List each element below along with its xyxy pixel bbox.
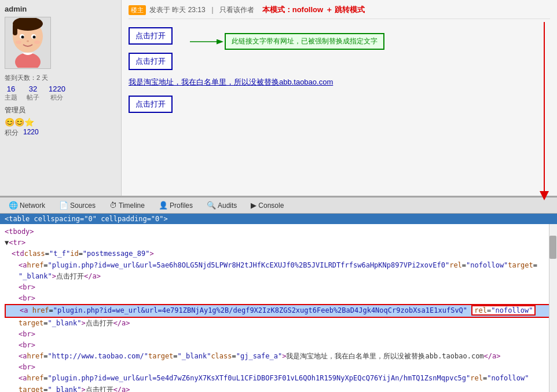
code-line: <a href="plugin.php?id=we_url&url=5ae6h8… <box>5 260 552 271</box>
stat-score: 1220 积分 <box>49 85 65 102</box>
svg-point-9 <box>34 41 40 44</box>
code-line: <tbody> <box>5 226 552 237</box>
link-box-2[interactable]: 点击打开 <box>129 53 173 70</box>
tab-network[interactable]: 🌐 Network <box>2 199 52 212</box>
link-box-1[interactable]: 点击打开 <box>129 27 173 45</box>
code-line: <a href="http://www.taobao.com/" target=… <box>5 351 552 362</box>
post-mode: 本模式：nofollow ＋ 跳转模式 <box>262 5 365 15</box>
user-stats: 16 主题 32 帖子 1220 积分 <box>5 85 116 102</box>
link-box-3[interactable]: 点击打开 <box>129 96 173 113</box>
tab-sources[interactable]: 📄 Sources <box>53 199 102 212</box>
red-arrow-svg <box>538 22 550 213</box>
annotation-box: 此链接文字带有网址，已被强制替换成指定文字 <box>225 33 384 50</box>
tab-console-label: Console <box>258 202 284 210</box>
post-content: 楼主 发表于 昨天 23:13 ｜ 只看该作者 本模式：nofollow ＋ 跳… <box>122 0 557 196</box>
signin-label: 签到天数：2 天 <box>5 74 116 82</box>
tab-console[interactable]: ▶ Console <box>244 199 290 212</box>
code-line: <br> <box>5 329 552 340</box>
code-line: target="_blank">点击打开</a> <box>5 318 552 329</box>
tab-profiles[interactable]: 👤 Profiles <box>152 199 199 212</box>
tab-sources-label: Sources <box>70 202 96 210</box>
highlighted-code-line: <a href="plugin.php?id=we_url&url=4e791Z… <box>5 304 552 317</box>
scrollbar-thumb[interactable] <box>549 236 556 259</box>
svg-rect-2 <box>13 24 17 35</box>
code-line: "_blank">点击打开</a> <box>5 271 552 282</box>
console-icon: ▶ <box>251 201 256 210</box>
code-line: <br> <box>5 282 552 293</box>
svg-point-5 <box>21 36 24 39</box>
tab-audits[interactable]: 🔍 Audits <box>200 199 243 212</box>
code-line: <td class="t_f" id="postmessage_89"> <box>5 248 552 259</box>
post-date: 发表于 昨天 23:13 <box>149 5 206 15</box>
user-badges: 😊😊⭐ <box>5 118 116 127</box>
arrow-annotation-svg <box>190 33 225 50</box>
user-sidebar: admin <box>0 0 122 196</box>
code-line: <br> <box>5 362 552 373</box>
tab-audits-label: Audits <box>218 202 237 210</box>
tab-timeline-label: Timeline <box>119 202 145 210</box>
avatar <box>5 17 51 69</box>
devtools-tabs: 🌐 Network 📄 Sources ⏱ Timeline 👤 Profile… <box>0 197 557 214</box>
code-line: <br> <box>5 340 552 351</box>
user-role: 管理员 <box>5 105 116 115</box>
svg-point-6 <box>33 36 36 39</box>
timeline-icon: ⏱ <box>109 201 117 210</box>
stat-topics: 16 主题 <box>5 85 17 102</box>
avatar-image <box>6 18 50 68</box>
taobao-link[interactable]: 我是淘宝地址，我在白名单里，所以没被替换abb.taobao.com <box>129 78 333 86</box>
svg-point-8 <box>16 41 21 44</box>
tab-timeline[interactable]: ⏱ Timeline <box>103 199 151 212</box>
html-header: <table cellspacing="0" cellpadding="0"> <box>0 214 557 224</box>
svg-point-7 <box>27 41 29 42</box>
code-line: <a href="plugin.php?id=we_url&url=5e4d7w… <box>5 373 552 384</box>
devtools-content: <table cellspacing="0" cellpadding="0"> … <box>0 214 557 392</box>
user-score: 积分 1220 <box>5 128 116 138</box>
username: admin <box>5 5 116 13</box>
devtools-panel: 🌐 Network 📄 Sources ⏱ Timeline 👤 Profile… <box>0 197 557 392</box>
tab-profiles-label: Profiles <box>170 202 193 210</box>
network-icon: 🌐 <box>9 201 18 210</box>
sources-icon: 📄 <box>59 201 68 210</box>
post-tag: 楼主 <box>129 5 146 15</box>
audits-icon: 🔍 <box>207 201 216 210</box>
code-line: target="_blank">点击打开</a> <box>5 384 552 392</box>
code-area[interactable]: <tbody> ▼<tr> <td class="t_f" id="postme… <box>0 224 557 392</box>
scrollbar[interactable] <box>549 224 557 392</box>
post-header: 楼主 发表于 昨天 23:13 ｜ 只看该作者 本模式：nofollow ＋ 跳… <box>129 5 550 19</box>
code-line: <br> <box>5 293 552 304</box>
profiles-icon: 👤 <box>159 201 168 210</box>
code-line: ▼<tr> <box>5 237 552 248</box>
stat-posts: 32 帖子 <box>27 85 39 102</box>
view-author: 只看该作者 <box>219 5 254 15</box>
tab-network-label: Network <box>20 202 45 210</box>
